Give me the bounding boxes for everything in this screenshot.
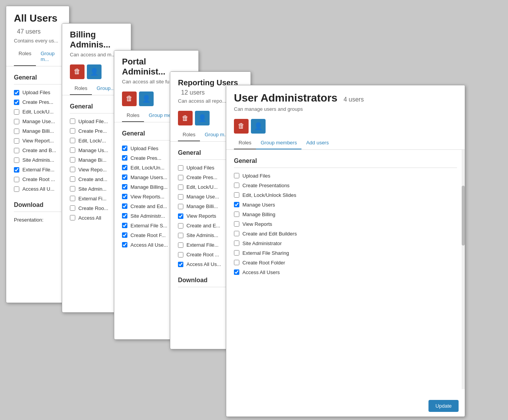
perm-manage-billing: Manage Billi...: [14, 126, 61, 136]
perm-manage-billing: Manage Billing: [234, 210, 457, 219]
perm-access-all: Access All U...: [14, 184, 61, 194]
card-title: Billing Adminis...: [70, 30, 123, 50]
scrollbar-thumb[interactable]: [462, 186, 465, 246]
add-user-button[interactable]: 👤: [87, 64, 102, 79]
section-download: Download: [14, 198, 61, 212]
delete-button[interactable]: 🗑: [234, 119, 249, 134]
perm-site-admin: Site Administrator: [234, 239, 457, 248]
card-header: User Administrators 4 users Can manage u…: [226, 85, 465, 116]
perm-presentation: Presentation:: [14, 215, 61, 225]
card-tabs: Roles Group members Add users: [226, 137, 465, 150]
perm-create-pres: Create Pres...: [14, 97, 61, 107]
delete-button[interactable]: 🗑: [122, 91, 137, 106]
card-body: General Upload Files Create Presentation…: [226, 150, 465, 389]
add-user-button[interactable]: 👤: [251, 119, 266, 134]
perm-edit-lock: Edit, Lock/U...: [14, 107, 61, 117]
perm-manage-users: Manage Users: [234, 200, 457, 210]
perm-label: Create Root Folder: [242, 260, 285, 266]
card-all-users: All Users 47 users Contains every us... …: [6, 6, 69, 303]
add-user-button[interactable]: 👤: [195, 111, 210, 125]
title-text: All Users: [14, 12, 58, 24]
perm-upload-files: Upload Files: [14, 88, 61, 97]
tab-group-members[interactable]: Group members: [256, 137, 301, 149]
perm-view-reports: View Reports: [234, 219, 457, 229]
perm-create-edit-builders: Create and Edit Builders: [234, 229, 457, 239]
perm-label: View Reports: [242, 221, 272, 227]
perm-external-file: External File...: [14, 165, 61, 174]
card-tabs: Roles Group m...: [6, 47, 69, 66]
section-general: General: [234, 154, 457, 168]
user-count: 47 users: [17, 28, 41, 35]
card-title: All Users 47 users: [14, 12, 61, 36]
scrollbar-track: [462, 150, 465, 389]
perm-label: Create and Edit Builders: [242, 231, 297, 237]
card-user-admins: User Administrators 4 users Can manage u…: [226, 85, 465, 417]
user-count: 12 users: [181, 89, 205, 96]
card-subtitle: Can manage users and groups: [234, 106, 457, 112]
perm-create-root: Create Root ...: [14, 174, 61, 184]
tab-roles[interactable]: Roles: [178, 129, 200, 141]
tab-roles[interactable]: Roles: [234, 137, 256, 149]
tab-add-users[interactable]: Add users: [301, 137, 334, 149]
title-text: Billing Adminis...: [70, 30, 110, 49]
perm-label: Manage Users: [242, 202, 275, 208]
perm-label: Edit, Lock/Unlock Slides: [242, 192, 296, 198]
card-header: All Users 47 users Contains every us...: [6, 6, 69, 47]
perm-label: External File Sharing: [242, 250, 289, 256]
title-text: User Administrators: [234, 92, 337, 104]
section-general: General: [14, 71, 61, 85]
perm-access-all: Access All Users: [234, 268, 457, 277]
update-button[interactable]: Update: [428, 400, 459, 412]
perm-label: Upload Files: [242, 173, 270, 179]
card-title: User Administrators 4 users: [234, 91, 457, 105]
perm-external-file: External File Sharing: [234, 248, 457, 258]
perm-label: Manage Billing: [242, 212, 275, 217]
perm-label: Access All Users: [242, 269, 280, 275]
perm-create-edit: Create and B...: [14, 146, 61, 155]
card-subtitle: Contains every us...: [14, 38, 61, 44]
tab-roles[interactable]: Roles: [70, 82, 92, 95]
delete-button[interactable]: 🗑: [70, 64, 85, 79]
tab-group-members[interactable]: Group m...: [36, 47, 61, 66]
user-count: 4 users: [344, 96, 364, 103]
perm-label: Site Administrator: [242, 240, 282, 246]
add-user-button[interactable]: 👤: [139, 91, 154, 106]
perm-label: Create Presentations: [242, 183, 290, 188]
perm-site-admin: Site Adminis...: [14, 155, 61, 165]
perm-view-reports: View Report...: [14, 136, 61, 146]
delete-button[interactable]: 🗑: [178, 111, 193, 125]
perm-upload-files: Upload Files: [234, 171, 457, 181]
perm-manage-users: Manage Use...: [14, 117, 61, 126]
card-body: General Upload Files Create Pres... Edit…: [6, 66, 69, 229]
perm-edit-lock: Edit, Lock/Unlock Slides: [234, 190, 457, 200]
tab-roles[interactable]: Roles: [122, 109, 144, 122]
card-actions: 🗑 👤: [226, 116, 465, 137]
tab-roles[interactable]: Roles: [14, 47, 36, 66]
perm-create-root: Create Root Folder: [234, 258, 457, 268]
perm-create-pres: Create Presentations: [234, 181, 457, 190]
